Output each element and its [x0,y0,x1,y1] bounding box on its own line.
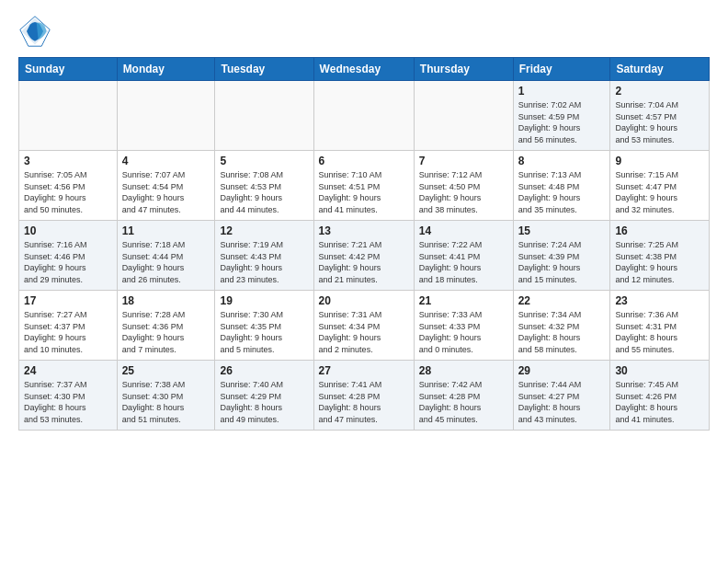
calendar-cell: 27Sunrise: 7:41 AM Sunset: 4:28 PM Dayli… [313,361,414,431]
calendar-cell: 12Sunrise: 7:19 AM Sunset: 4:43 PM Dayli… [215,221,313,291]
day-info: Sunrise: 7:42 AM Sunset: 4:28 PM Dayligh… [419,379,508,425]
calendar-table: SundayMondayTuesdayWednesdayThursdayFrid… [18,57,710,431]
week-row-2: 10Sunrise: 7:16 AM Sunset: 4:46 PM Dayli… [19,221,710,291]
day-number: 18 [122,294,210,307]
day-number: 26 [220,364,308,377]
calendar-cell: 23Sunrise: 7:36 AM Sunset: 4:31 PM Dayli… [610,291,710,361]
day-number: 28 [419,364,508,377]
weekday-header-tuesday: Tuesday [215,58,313,81]
day-info: Sunrise: 7:05 AM Sunset: 4:56 PM Dayligh… [24,169,112,215]
calendar-cell: 24Sunrise: 7:37 AM Sunset: 4:30 PM Dayli… [19,361,118,431]
day-number: 3 [24,155,112,167]
day-info: Sunrise: 7:12 AM Sunset: 4:50 PM Dayligh… [419,169,508,215]
calendar-cell: 26Sunrise: 7:40 AM Sunset: 4:29 PM Dayli… [215,361,313,431]
day-number: 25 [122,364,210,377]
calendar-cell: 14Sunrise: 7:22 AM Sunset: 4:41 PM Dayli… [414,221,513,291]
day-number: 5 [220,155,308,167]
calendar-cell: 29Sunrise: 7:44 AM Sunset: 4:27 PM Dayli… [513,361,610,431]
calendar-cell: 7Sunrise: 7:12 AM Sunset: 4:50 PM Daylig… [414,151,513,221]
day-number: 4 [122,155,210,167]
day-info: Sunrise: 7:10 AM Sunset: 4:51 PM Dayligh… [319,169,409,215]
day-info: Sunrise: 7:36 AM Sunset: 4:31 PM Dayligh… [615,309,704,355]
calendar-cell: 18Sunrise: 7:28 AM Sunset: 4:36 PM Dayli… [117,291,215,361]
calendar-cell: 8Sunrise: 7:13 AM Sunset: 4:48 PM Daylig… [513,151,610,221]
calendar-cell [19,81,118,151]
day-number: 2 [615,85,704,98]
day-info: Sunrise: 7:31 AM Sunset: 4:34 PM Dayligh… [319,309,409,355]
week-row-3: 17Sunrise: 7:27 AM Sunset: 4:37 PM Dayli… [19,291,710,361]
weekday-header-wednesday: Wednesday [313,58,414,81]
calendar-cell: 11Sunrise: 7:18 AM Sunset: 4:44 PM Dayli… [117,221,215,291]
day-number: 12 [220,224,308,237]
calendar-cell: 19Sunrise: 7:30 AM Sunset: 4:35 PM Dayli… [215,291,313,361]
day-info: Sunrise: 7:45 AM Sunset: 4:26 PM Dayligh… [615,379,704,425]
day-number: 19 [220,294,308,307]
weekday-header-thursday: Thursday [414,58,513,81]
page: SundayMondayTuesdayWednesdayThursdayFrid… [0,0,728,440]
day-info: Sunrise: 7:04 AM Sunset: 4:57 PM Dayligh… [615,99,704,145]
week-row-1: 3Sunrise: 7:05 AM Sunset: 4:56 PM Daylig… [19,151,710,221]
calendar-cell [215,81,313,151]
day-info: Sunrise: 7:25 AM Sunset: 4:38 PM Dayligh… [615,239,704,285]
day-number: 15 [518,224,606,237]
day-number: 13 [319,224,409,237]
day-info: Sunrise: 7:41 AM Sunset: 4:28 PM Dayligh… [319,379,409,425]
day-number: 8 [518,155,606,167]
header [18,15,710,48]
day-number: 29 [518,364,606,377]
day-info: Sunrise: 7:07 AM Sunset: 4:54 PM Dayligh… [122,169,210,215]
calendar-cell: 28Sunrise: 7:42 AM Sunset: 4:28 PM Dayli… [414,361,513,431]
calendar-cell: 6Sunrise: 7:10 AM Sunset: 4:51 PM Daylig… [313,151,414,221]
day-number: 1 [518,85,606,98]
calendar-cell [313,81,414,151]
day-info: Sunrise: 7:22 AM Sunset: 4:41 PM Dayligh… [419,239,508,285]
week-row-4: 24Sunrise: 7:37 AM Sunset: 4:30 PM Dayli… [19,361,710,431]
calendar-cell: 16Sunrise: 7:25 AM Sunset: 4:38 PM Dayli… [610,221,710,291]
day-number: 11 [122,224,210,237]
calendar-cell: 17Sunrise: 7:27 AM Sunset: 4:37 PM Dayli… [19,291,118,361]
calendar-cell: 21Sunrise: 7:33 AM Sunset: 4:33 PM Dayli… [414,291,513,361]
day-number: 9 [615,155,704,167]
calendar-cell [117,81,215,151]
calendar-cell: 2Sunrise: 7:04 AM Sunset: 4:57 PM Daylig… [610,81,710,151]
day-info: Sunrise: 7:30 AM Sunset: 4:35 PM Dayligh… [220,309,308,355]
day-number: 21 [419,294,508,307]
logo [18,15,55,48]
calendar-cell: 30Sunrise: 7:45 AM Sunset: 4:26 PM Dayli… [610,361,710,431]
day-info: Sunrise: 7:38 AM Sunset: 4:30 PM Dayligh… [122,379,210,425]
weekday-header-sunday: Sunday [19,58,118,81]
day-number: 23 [615,294,704,307]
day-info: Sunrise: 7:24 AM Sunset: 4:39 PM Dayligh… [518,239,606,285]
calendar-cell: 10Sunrise: 7:16 AM Sunset: 4:46 PM Dayli… [19,221,118,291]
day-number: 10 [24,224,112,237]
calendar-cell: 9Sunrise: 7:15 AM Sunset: 4:47 PM Daylig… [610,151,710,221]
day-info: Sunrise: 7:27 AM Sunset: 4:37 PM Dayligh… [24,309,112,355]
day-info: Sunrise: 7:08 AM Sunset: 4:53 PM Dayligh… [220,169,308,215]
calendar-cell [414,81,513,151]
calendar-cell: 3Sunrise: 7:05 AM Sunset: 4:56 PM Daylig… [19,151,118,221]
day-number: 24 [24,364,112,377]
day-info: Sunrise: 7:21 AM Sunset: 4:42 PM Dayligh… [319,239,409,285]
day-info: Sunrise: 7:19 AM Sunset: 4:43 PM Dayligh… [220,239,308,285]
calendar-cell: 4Sunrise: 7:07 AM Sunset: 4:54 PM Daylig… [117,151,215,221]
calendar-cell: 13Sunrise: 7:21 AM Sunset: 4:42 PM Dayli… [313,221,414,291]
week-row-0: 1Sunrise: 7:02 AM Sunset: 4:59 PM Daylig… [19,81,710,151]
calendar-cell: 15Sunrise: 7:24 AM Sunset: 4:39 PM Dayli… [513,221,610,291]
day-number: 30 [615,364,704,377]
calendar-cell: 5Sunrise: 7:08 AM Sunset: 4:53 PM Daylig… [215,151,313,221]
calendar-body: 1Sunrise: 7:02 AM Sunset: 4:59 PM Daylig… [19,81,710,431]
day-info: Sunrise: 7:34 AM Sunset: 4:32 PM Dayligh… [518,309,606,355]
day-info: Sunrise: 7:15 AM Sunset: 4:47 PM Dayligh… [615,169,704,215]
day-info: Sunrise: 7:02 AM Sunset: 4:59 PM Dayligh… [518,99,606,145]
day-number: 17 [24,294,112,307]
day-info: Sunrise: 7:40 AM Sunset: 4:29 PM Dayligh… [220,379,308,425]
day-number: 14 [419,224,508,237]
day-number: 27 [319,364,409,377]
day-number: 7 [419,155,508,167]
day-info: Sunrise: 7:16 AM Sunset: 4:46 PM Dayligh… [24,239,112,285]
calendar-cell: 20Sunrise: 7:31 AM Sunset: 4:34 PM Dayli… [313,291,414,361]
calendar-cell: 1Sunrise: 7:02 AM Sunset: 4:59 PM Daylig… [513,81,610,151]
day-number: 20 [319,294,409,307]
day-info: Sunrise: 7:37 AM Sunset: 4:30 PM Dayligh… [24,379,112,425]
weekday-header-monday: Monday [117,58,215,81]
